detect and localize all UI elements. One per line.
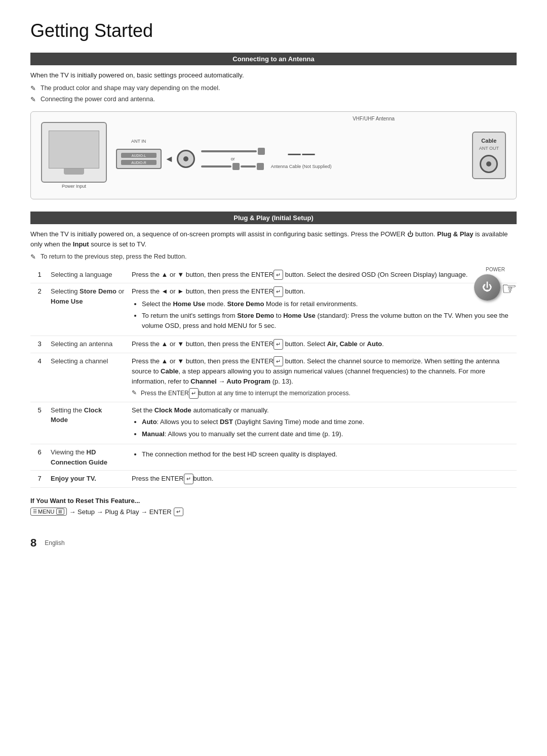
menu-icon-sym: ☰ — [33, 509, 37, 514]
step2-bullets: Select the Home Use mode. Store Demo Mod… — [142, 299, 515, 331]
step5-pre: Setting the — [51, 406, 84, 414]
step6-bullets: The connection method for the best HD sc… — [142, 449, 515, 459]
reset-title: If You Want to Reset This Feature... — [30, 497, 517, 505]
page-lang: English — [45, 539, 64, 547]
body-text-1: When the TV is initially powered on, a s… — [30, 230, 405, 238]
step-label-1: Selecting a language — [49, 267, 130, 283]
step3-desc3: or — [358, 340, 367, 348]
step6-b1: The connection method for the best HD sc… — [142, 449, 515, 459]
diagram-inner: Power Input ANT IN AUDIO-L AUDIO-R ◄ — [41, 122, 506, 189]
section-antenna-header: Connecting to an Antenna — [30, 53, 517, 65]
step5-end: Mode — [51, 416, 68, 424]
step4-note-text: Press the ENTER — [141, 390, 189, 397]
step-label-7: Enjoy your TV. — [49, 471, 130, 488]
cable-port — [480, 155, 498, 173]
step-desc-3: Press the ▲ or ▼ button, then press the … — [130, 336, 517, 353]
ant-cable-label: Antenna Cable (Not Supplied) — [271, 164, 332, 169]
vhf-label: VHF/UHF Antenna — [353, 116, 395, 121]
step7-main: Press the ENTER — [132, 475, 184, 482]
enter-icon-reset: ↵ — [174, 508, 183, 516]
step5-b2-end: : Allows you to manually set the current… — [165, 430, 343, 438]
power-button-circle: ⏻ — [474, 274, 500, 301]
step-label-5: Setting the Clock Mode — [49, 402, 130, 444]
step5-bold: Clock — [84, 406, 102, 414]
tv-shape — [41, 122, 107, 183]
audio-port2: AUDIO-R — [121, 160, 157, 165]
menu-cmd-text: MENU — [38, 509, 54, 515]
page-footer: 8 English — [30, 536, 517, 550]
step-num-4: 4 — [30, 353, 49, 402]
cable-end-2b — [257, 163, 264, 170]
step2-desc-main2: button. — [285, 287, 305, 295]
step-row-2: 2 Selecting Store Demo or Home Use Press… — [30, 283, 517, 336]
cable-end-2a — [232, 163, 240, 170]
step3-desc2: button. Select — [285, 340, 327, 348]
step5-end: automatically or manually. — [191, 406, 269, 414]
enter-icon-3: ↵ — [274, 339, 283, 350]
rf-port — [177, 150, 195, 168]
step5-b1-text: : Allows you to select — [157, 418, 220, 426]
step5-b1-end: (Daylight Saving Time) mode and time zon… — [233, 418, 364, 426]
step4-desc4: (p. 13). — [270, 377, 293, 385]
cable-line-2a — [201, 165, 231, 167]
b2-pre: To return the unit's settings from — [142, 312, 237, 319]
plugplay-body: When the TV is initially powered on, a s… — [30, 229, 517, 249]
cable-rows: or — [201, 148, 265, 170]
section-plugplay-header: Plug & Play (Initial Setup) — [30, 212, 517, 224]
step-row-4: 4 Selecting a channel Press the ▲ or ▼ b… — [30, 353, 517, 402]
step6-text: The connection method for the best HD sc… — [142, 450, 337, 458]
b2-mid: to — [274, 312, 283, 319]
step4-bold1: Cable — [161, 367, 178, 375]
cable-end-1 — [258, 148, 265, 155]
audio-port1: AUDIO-L — [121, 153, 157, 158]
step4-desc: Press the ▲ or ▼ button, then press the … — [132, 357, 274, 365]
b2-bold1: Store Demo — [237, 312, 274, 319]
step-label-6: Viewing the HD Connection Guide — [49, 444, 130, 471]
step5-b2: Manual: Allows you to manually set the c… — [142, 429, 515, 439]
step-num-7: 7 — [30, 471, 49, 488]
step3-bold1: Air, Cable — [327, 340, 358, 348]
enter-icon-4n: ↵ — [189, 388, 199, 399]
step5-bullets: Auto: Allows you to select DST (Daylight… — [142, 417, 515, 439]
step-row-6: 6 Viewing the HD Connection Guide The co… — [30, 444, 517, 471]
power-icon-text: ⏻ — [407, 231, 413, 238]
left-arrow: ◄ — [165, 154, 174, 164]
antenna-diagram: VHF/UHF Antenna Power Input ANT IN AUDIO… — [30, 111, 517, 199]
tv-stand — [64, 169, 84, 175]
step-row-5: 5 Setting the Clock Mode Set the Clock M… — [30, 402, 517, 444]
antenna-body: When the TV is initially powered on, bas… — [30, 70, 517, 80]
step3-bold2: Auto — [367, 340, 382, 348]
step-desc-6: The connection method for the best HD sc… — [130, 444, 517, 471]
reset-section: If You Want to Reset This Feature... ☰ M… — [30, 497, 517, 516]
step-desc-4: Press the ▲ or ▼ button, then press the … — [130, 353, 517, 402]
step-desc-7: Press the ENTER↵button. — [130, 471, 517, 488]
cable-box-right: Cable ANT OUT — [472, 132, 506, 179]
step5-dst: DST — [220, 418, 233, 426]
step-row-1: 1 Selecting a language Press the ▲ or ▼ … — [30, 267, 517, 283]
cable-line-1 — [201, 150, 257, 152]
step7-end: button. — [193, 475, 214, 482]
step6-pre: Viewing the — [51, 448, 87, 456]
b2-bold2: Home Use — [283, 312, 316, 319]
step2-desc-main: Press the ◄ or ► button, then press the … — [132, 287, 274, 295]
step3-desc4: . — [382, 340, 384, 348]
enter-icon-7: ↵ — [184, 474, 193, 484]
power-diagram: POWER ⏻ ☞ — [474, 267, 517, 301]
b1-bold2: Store Demo — [227, 300, 264, 308]
body-bold-plugplay: Plug & Play — [437, 230, 474, 238]
step2-label-bold2: Home Use — [51, 298, 83, 305]
menu-grid-icon: ⊞ — [56, 509, 64, 515]
center-connectors: ANT IN AUDIO-L AUDIO-R ◄ — [116, 139, 468, 172]
step-row-7: 7 Enjoy your TV. Press the ENTER↵button. — [30, 471, 517, 488]
enter-icon-2: ↵ — [274, 286, 283, 297]
tv-diagram: Power Input — [41, 122, 107, 189]
body-text-1f: source is set to TV. — [91, 240, 146, 248]
cable-label: Cable — [481, 138, 496, 144]
reset-cmd2: → Setup → Plug & Play → ENTER — [69, 508, 171, 516]
step-num-5: 5 — [30, 402, 49, 444]
antenna-note1: The product color and shape may vary dep… — [30, 83, 517, 93]
section-plugplay: Plug & Play (Initial Setup) When the TV … — [30, 212, 517, 516]
b1-pre: Select the — [142, 300, 173, 308]
step2-bullet-1: Select the Home Use mode. Store Demo Mod… — [142, 299, 515, 309]
step4-note: Press the ENTER↵button at any time to in… — [132, 388, 515, 399]
